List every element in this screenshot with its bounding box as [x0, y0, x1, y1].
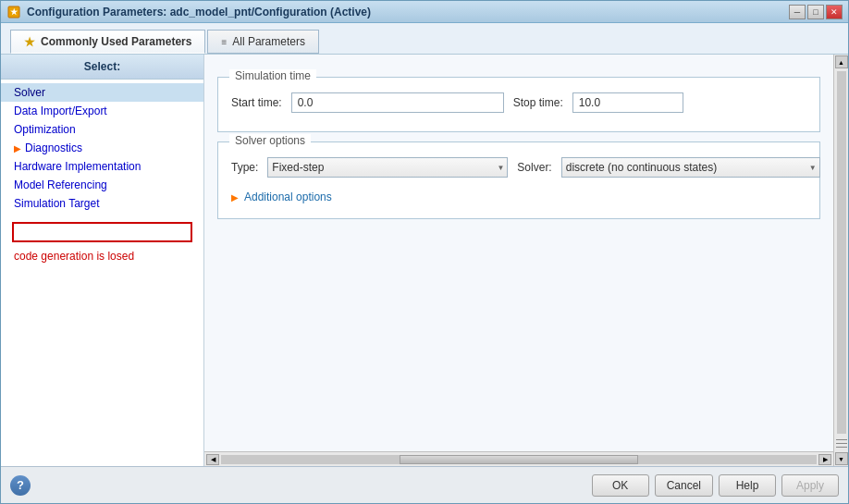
simulation-time-row: Start time: Stop time: [231, 92, 806, 113]
simulation-time-body: Start time: Stop time: [218, 78, 819, 131]
solver-select-wrapper: discrete (no continuous states) ode45 od… [561, 157, 820, 178]
svg-text:★: ★ [10, 7, 18, 17]
window-icon: ★ [6, 5, 21, 19]
arrow-icon: ▶ [14, 143, 21, 154]
vertical-scrollbar[interactable]: ▲ ▼ [833, 55, 848, 466]
sidebar-item-solver-label: Solver [14, 86, 45, 99]
scroll-right-button[interactable]: ▶ [818, 454, 831, 465]
help-label: Help [736, 479, 759, 492]
apply-label: Apply [796, 479, 824, 492]
scroll-line [836, 439, 847, 440]
solver-options-legend: Solver options [229, 134, 311, 147]
sidebar-item-diagnostics[interactable]: ▶ Diagnostics [1, 139, 203, 157]
scroll-line [836, 443, 847, 444]
window-title: Configuration Parameters: adc_model_pnt/… [27, 6, 789, 18]
tab-commonly-used[interactable]: ★ Commonly Used Parameters [10, 30, 205, 54]
additional-options-arrow-icon: ▶ [231, 192, 239, 203]
additional-options-label: Additional options [244, 191, 332, 203]
cancel-label: Cancel [667, 479, 701, 492]
tab-all-parameters-label: All Parameters [232, 35, 305, 48]
solver-select[interactable]: discrete (no continuous states) ode45 od… [561, 157, 820, 178]
sidebar-item-solver[interactable]: Solver [1, 83, 203, 102]
sidebar-header: Select: [1, 55, 203, 80]
minimize-button[interactable]: ─ [789, 5, 806, 19]
sidebar-item-sim-target[interactable]: Simulation Target [1, 194, 203, 213]
sidebar-message: code generation is losed [14, 250, 191, 263]
type-select[interactable]: Fixed-step Variable-step [267, 157, 508, 178]
horizontal-scrollbar[interactable]: ◀ ▶ [204, 451, 833, 466]
scroll-track[interactable] [221, 455, 817, 464]
footer: ? OK Cancel Help Apply [1, 466, 848, 503]
main-window: ★ Configuration Parameters: adc_model_pn… [0, 0, 849, 504]
start-time-label: Start time: [231, 96, 282, 109]
sidebar-items: Solver Data Import/Export Optimization ▶… [1, 80, 203, 216]
sidebar-item-sim-target-label: Simulation Target [14, 197, 100, 210]
tab-bar: ★ Commonly Used Parameters ≡ All Paramet… [1, 23, 848, 55]
additional-options-row[interactable]: ▶ Additional options [231, 185, 806, 207]
window-controls: ─ □ ✕ [789, 5, 843, 19]
help-button[interactable]: Help [719, 474, 776, 497]
maximize-button[interactable]: □ [807, 5, 824, 19]
sidebar-item-optimization[interactable]: Optimization [1, 120, 203, 139]
tab-commonly-used-label: Commonly Used Parameters [41, 35, 191, 48]
scroll-lines [834, 436, 849, 451]
sidebar-item-diagnostics-label: Diagnostics [25, 141, 82, 154]
title-bar: ★ Configuration Parameters: adc_model_pn… [1, 1, 848, 23]
content-with-scrollbar: Simulation time Start time: Stop time: [204, 55, 848, 466]
star-icon: ★ [24, 35, 35, 49]
sidebar-input[interactable] [12, 222, 192, 242]
vertical-scroll-track[interactable] [837, 71, 846, 434]
type-select-wrapper: Fixed-step Variable-step [267, 157, 508, 178]
simulation-time-legend: Simulation time [229, 69, 316, 82]
scroll-down-button[interactable]: ▼ [835, 452, 848, 465]
scroll-up-button[interactable]: ▲ [835, 55, 848, 68]
simulation-time-section: Simulation time Start time: Stop time: [217, 77, 820, 132]
sidebar-item-optimization-label: Optimization [14, 123, 76, 136]
ok-label: OK [612, 479, 628, 492]
stop-time-input[interactable] [572, 92, 683, 113]
solver-options-section: Solver options Type: Fixed-step Variable… [217, 141, 820, 219]
sidebar: Select: Solver Data Import/Export Optimi… [1, 55, 204, 466]
cancel-button[interactable]: Cancel [655, 474, 713, 497]
footer-left: ? [10, 475, 586, 496]
lines-icon: ≡ [221, 37, 227, 47]
type-label: Type: [231, 161, 258, 174]
sidebar-item-data-import-label: Data Import/Export [14, 104, 107, 117]
start-time-input[interactable] [291, 92, 504, 113]
solver-type-row: Type: Fixed-step Variable-step Solver: [231, 157, 806, 178]
tab-all-parameters[interactable]: ≡ All Parameters [207, 30, 319, 54]
help-circle-icon[interactable]: ? [10, 475, 31, 496]
scroll-thumb[interactable] [400, 455, 638, 464]
ok-button[interactable]: OK [592, 474, 649, 497]
sidebar-item-model-ref[interactable]: Model Referencing [1, 176, 203, 194]
help-icon-label: ? [17, 478, 24, 492]
content-scroll[interactable]: Simulation time Start time: Stop time: [204, 55, 833, 451]
main-area: Select: Solver Data Import/Export Optimi… [1, 55, 848, 466]
stop-time-label: Stop time: [513, 96, 563, 109]
apply-button[interactable]: Apply [781, 474, 839, 497]
scroll-left-button[interactable]: ◀ [206, 454, 219, 465]
sidebar-item-hardware-label: Hardware Implementation [14, 160, 141, 173]
sidebar-item-data-import[interactable]: Data Import/Export [1, 102, 203, 120]
sidebar-item-hardware[interactable]: Hardware Implementation [1, 157, 203, 176]
scroll-line [836, 447, 847, 448]
close-button[interactable]: ✕ [826, 5, 843, 19]
solver-label: Solver: [517, 161, 551, 174]
sidebar-item-model-ref-label: Model Referencing [14, 178, 107, 191]
content-area: Simulation time Start time: Stop time: [204, 55, 833, 466]
solver-options-body: Type: Fixed-step Variable-step Solver: [218, 142, 819, 218]
